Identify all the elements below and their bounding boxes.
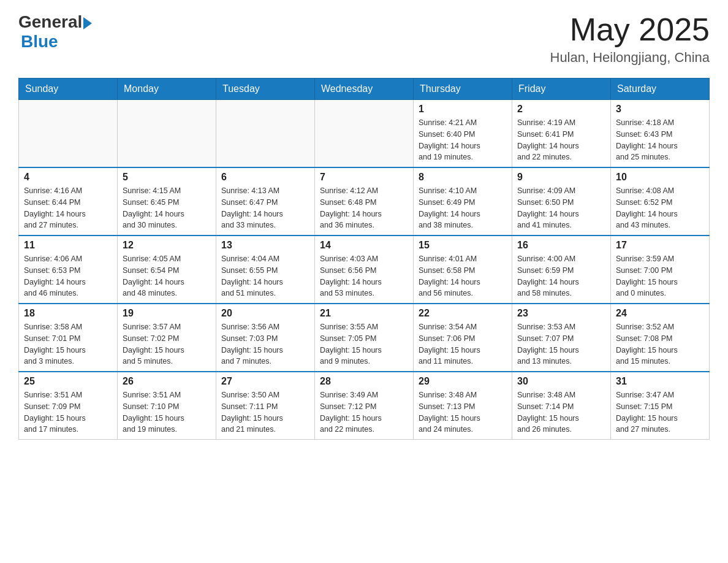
day-info: Sunrise: 3:48 AMSunset: 7:14 PMDaylight:… bbox=[517, 389, 605, 435]
calendar-table: SundayMondayTuesdayWednesdayThursdayFrid… bbox=[18, 78, 710, 440]
day-info: Sunrise: 3:52 AMSunset: 7:08 PMDaylight:… bbox=[616, 321, 704, 367]
day-number: 23 bbox=[517, 308, 605, 319]
day-number: 22 bbox=[419, 308, 507, 319]
day-info: Sunrise: 3:47 AMSunset: 7:15 PMDaylight:… bbox=[616, 389, 704, 435]
day-number: 11 bbox=[24, 240, 112, 251]
page-header: General Blue May 2025 Hulan, Heilongjian… bbox=[18, 12, 710, 66]
day-number: 3 bbox=[616, 104, 704, 115]
calendar-day-cell bbox=[216, 100, 315, 168]
day-number: 20 bbox=[221, 308, 309, 319]
calendar-day-cell: 19Sunrise: 3:57 AMSunset: 7:02 PMDayligh… bbox=[118, 304, 216, 372]
day-number: 24 bbox=[616, 308, 704, 319]
day-info: Sunrise: 4:00 AMSunset: 6:59 PMDaylight:… bbox=[517, 253, 605, 299]
day-number: 6 bbox=[221, 172, 309, 183]
calendar-day-cell: 26Sunrise: 3:51 AMSunset: 7:10 PMDayligh… bbox=[118, 372, 216, 440]
day-info: Sunrise: 3:59 AMSunset: 7:00 PMDaylight:… bbox=[616, 253, 704, 299]
calendar-day-cell bbox=[118, 100, 216, 168]
calendar-day-cell: 31Sunrise: 3:47 AMSunset: 7:15 PMDayligh… bbox=[611, 372, 710, 440]
calendar-day-cell: 24Sunrise: 3:52 AMSunset: 7:08 PMDayligh… bbox=[611, 304, 710, 372]
day-number: 8 bbox=[419, 172, 507, 183]
calendar-week-row: 25Sunrise: 3:51 AMSunset: 7:09 PMDayligh… bbox=[19, 372, 710, 440]
day-number: 17 bbox=[616, 240, 704, 251]
day-info: Sunrise: 4:12 AMSunset: 6:48 PMDaylight:… bbox=[320, 185, 408, 231]
logo-general-text: General bbox=[18, 12, 82, 32]
day-info: Sunrise: 4:18 AMSunset: 6:43 PMDaylight:… bbox=[616, 117, 704, 163]
day-number: 27 bbox=[221, 376, 309, 387]
day-number: 28 bbox=[320, 376, 408, 387]
calendar-day-cell: 11Sunrise: 4:06 AMSunset: 6:53 PMDayligh… bbox=[19, 236, 118, 304]
day-of-week-header: Monday bbox=[118, 79, 216, 100]
day-number: 26 bbox=[123, 376, 211, 387]
day-number: 13 bbox=[221, 240, 309, 251]
day-info: Sunrise: 3:54 AMSunset: 7:06 PMDaylight:… bbox=[419, 321, 507, 367]
day-of-week-header: Wednesday bbox=[315, 79, 414, 100]
calendar-day-cell: 30Sunrise: 3:48 AMSunset: 7:14 PMDayligh… bbox=[512, 372, 611, 440]
month-year-title: May 2025 bbox=[550, 12, 710, 47]
calendar-day-cell: 18Sunrise: 3:58 AMSunset: 7:01 PMDayligh… bbox=[19, 304, 118, 372]
location-subtitle: Hulan, Heilongjiang, China bbox=[550, 50, 710, 66]
day-number: 29 bbox=[419, 376, 507, 387]
day-number: 10 bbox=[616, 172, 704, 183]
day-number: 2 bbox=[517, 104, 605, 115]
day-info: Sunrise: 4:13 AMSunset: 6:47 PMDaylight:… bbox=[221, 185, 309, 231]
calendar-day-cell: 2Sunrise: 4:19 AMSunset: 6:41 PMDaylight… bbox=[512, 100, 611, 168]
day-info: Sunrise: 4:08 AMSunset: 6:52 PMDaylight:… bbox=[616, 185, 704, 231]
day-info: Sunrise: 4:19 AMSunset: 6:41 PMDaylight:… bbox=[517, 117, 605, 163]
day-number: 14 bbox=[320, 240, 408, 251]
day-info: Sunrise: 4:21 AMSunset: 6:40 PMDaylight:… bbox=[419, 117, 507, 163]
day-number: 16 bbox=[517, 240, 605, 251]
day-number: 1 bbox=[419, 104, 507, 115]
day-info: Sunrise: 4:05 AMSunset: 6:54 PMDaylight:… bbox=[123, 253, 211, 299]
calendar-week-row: 18Sunrise: 3:58 AMSunset: 7:01 PMDayligh… bbox=[19, 304, 710, 372]
day-number: 4 bbox=[24, 172, 112, 183]
day-info: Sunrise: 3:53 AMSunset: 7:07 PMDaylight:… bbox=[517, 321, 605, 367]
calendar-day-cell: 1Sunrise: 4:21 AMSunset: 6:40 PMDaylight… bbox=[414, 100, 512, 168]
calendar-day-cell: 12Sunrise: 4:05 AMSunset: 6:54 PMDayligh… bbox=[118, 236, 216, 304]
calendar-day-cell: 6Sunrise: 4:13 AMSunset: 6:47 PMDaylight… bbox=[216, 167, 315, 236]
calendar-day-cell: 23Sunrise: 3:53 AMSunset: 7:07 PMDayligh… bbox=[512, 304, 611, 372]
day-info: Sunrise: 4:03 AMSunset: 6:56 PMDaylight:… bbox=[320, 253, 408, 299]
calendar-day-cell: 8Sunrise: 4:10 AMSunset: 6:49 PMDaylight… bbox=[414, 167, 512, 236]
day-info: Sunrise: 4:15 AMSunset: 6:45 PMDaylight:… bbox=[123, 185, 211, 231]
day-number: 15 bbox=[419, 240, 507, 251]
day-info: Sunrise: 3:48 AMSunset: 7:13 PMDaylight:… bbox=[419, 389, 507, 435]
day-number: 31 bbox=[616, 376, 704, 387]
day-info: Sunrise: 3:58 AMSunset: 7:01 PMDaylight:… bbox=[24, 321, 112, 367]
calendar-day-cell: 15Sunrise: 4:01 AMSunset: 6:58 PMDayligh… bbox=[414, 236, 512, 304]
calendar-day-cell: 14Sunrise: 4:03 AMSunset: 6:56 PMDayligh… bbox=[315, 236, 414, 304]
day-info: Sunrise: 3:55 AMSunset: 7:05 PMDaylight:… bbox=[320, 321, 408, 367]
calendar-day-cell: 10Sunrise: 4:08 AMSunset: 6:52 PMDayligh… bbox=[611, 167, 710, 236]
day-number: 12 bbox=[123, 240, 211, 251]
day-of-week-header: Sunday bbox=[19, 79, 118, 100]
calendar-day-cell: 4Sunrise: 4:16 AMSunset: 6:44 PMDaylight… bbox=[19, 167, 118, 236]
day-number: 18 bbox=[24, 308, 112, 319]
calendar-day-cell: 28Sunrise: 3:49 AMSunset: 7:12 PMDayligh… bbox=[315, 372, 414, 440]
day-number: 5 bbox=[123, 172, 211, 183]
calendar-day-cell: 27Sunrise: 3:50 AMSunset: 7:11 PMDayligh… bbox=[216, 372, 315, 440]
day-info: Sunrise: 3:51 AMSunset: 7:09 PMDaylight:… bbox=[24, 389, 112, 435]
day-number: 7 bbox=[320, 172, 408, 183]
day-of-week-header: Saturday bbox=[611, 79, 710, 100]
logo: General Blue bbox=[18, 12, 92, 52]
title-section: May 2025 Hulan, Heilongjiang, China bbox=[550, 12, 710, 66]
calendar-day-cell: 13Sunrise: 4:04 AMSunset: 6:55 PMDayligh… bbox=[216, 236, 315, 304]
day-info: Sunrise: 4:09 AMSunset: 6:50 PMDaylight:… bbox=[517, 185, 605, 231]
day-of-week-header: Friday bbox=[512, 79, 611, 100]
day-info: Sunrise: 3:51 AMSunset: 7:10 PMDaylight:… bbox=[123, 389, 211, 435]
calendar-day-cell: 5Sunrise: 4:15 AMSunset: 6:45 PMDaylight… bbox=[118, 167, 216, 236]
day-of-week-header: Tuesday bbox=[216, 79, 315, 100]
day-info: Sunrise: 4:04 AMSunset: 6:55 PMDaylight:… bbox=[221, 253, 309, 299]
calendar-week-row: 1Sunrise: 4:21 AMSunset: 6:40 PMDaylight… bbox=[19, 100, 710, 168]
calendar-day-cell: 17Sunrise: 3:59 AMSunset: 7:00 PMDayligh… bbox=[611, 236, 710, 304]
day-info: Sunrise: 4:01 AMSunset: 6:58 PMDaylight:… bbox=[419, 253, 507, 299]
day-info: Sunrise: 4:16 AMSunset: 6:44 PMDaylight:… bbox=[24, 185, 112, 231]
calendar-header-row: SundayMondayTuesdayWednesdayThursdayFrid… bbox=[19, 79, 710, 100]
logo-arrow-icon bbox=[83, 17, 92, 29]
day-number: 21 bbox=[320, 308, 408, 319]
calendar-week-row: 4Sunrise: 4:16 AMSunset: 6:44 PMDaylight… bbox=[19, 167, 710, 236]
calendar-day-cell: 22Sunrise: 3:54 AMSunset: 7:06 PMDayligh… bbox=[414, 304, 512, 372]
day-info: Sunrise: 4:10 AMSunset: 6:49 PMDaylight:… bbox=[419, 185, 507, 231]
calendar-day-cell bbox=[19, 100, 118, 168]
calendar-day-cell: 25Sunrise: 3:51 AMSunset: 7:09 PMDayligh… bbox=[19, 372, 118, 440]
day-info: Sunrise: 3:56 AMSunset: 7:03 PMDaylight:… bbox=[221, 321, 309, 367]
